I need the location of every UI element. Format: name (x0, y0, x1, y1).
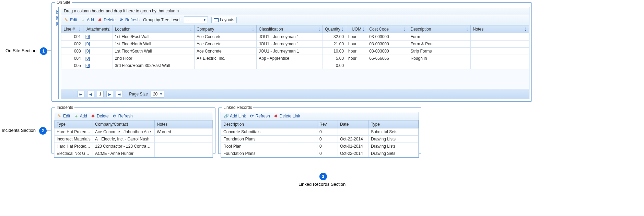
cell-rev: 0 (317, 143, 338, 150)
caret-icon: ▼ (203, 18, 206, 22)
delete-link-button[interactable]: ✖Delete Link (273, 114, 300, 118)
col-uom[interactable]: UOM⋮ (346, 25, 367, 33)
column-menu-icon[interactable]: ⋮ (251, 27, 255, 32)
linked-legend: Linked Records (222, 105, 253, 110)
table-row[interactable]: 001[0]1st Floor/East WallAce ConcreteJOU… (61, 33, 529, 41)
cell-description: Form & Pour (408, 41, 470, 48)
refresh-button[interactable]: ⟳Refresh (249, 114, 270, 118)
column-menu-icon[interactable]: ⋮ (465, 27, 469, 32)
col-costcode[interactable]: Cost Code⋮ (367, 25, 408, 33)
cell-costcode: 66-666666 (367, 55, 408, 62)
cell-type: Electrical Not Grounded (55, 150, 93, 157)
attachment-link[interactable]: [0] (85, 49, 90, 54)
column-menu-icon[interactable]: ⋮ (107, 27, 111, 32)
column-menu-icon[interactable]: ⋮ (317, 27, 321, 32)
cell-quantity: 21.00 (323, 41, 346, 48)
column-menu-icon[interactable]: ⋮ (341, 27, 344, 32)
cell-classification: JOU1 - Journeyman 1 (257, 48, 323, 55)
groupby-select[interactable]: --▼ (184, 16, 208, 23)
table-row[interactable]: Hard Hat Protection123 Contractor - 123 … (55, 143, 213, 150)
col-date[interactable]: Date (338, 121, 369, 128)
table-row[interactable]: Foundation Plans0Oct-22-2014Drawing List… (221, 136, 419, 143)
cell-uom (346, 62, 367, 69)
pager-next[interactable]: ▶ (106, 91, 113, 97)
linked-callout: 3 Linked Records Section (298, 173, 346, 187)
table-row[interactable]: 004[0]2nd FloorA+ Electric, Inc.App - Ap… (61, 55, 529, 62)
cell-company: Ace Concrete (194, 48, 256, 55)
table-row[interactable]: Concrete Submittals0Submittal Sets (221, 128, 419, 136)
column-menu-icon[interactable]: ⋮ (189, 27, 193, 32)
cell-classification: JOU1 - Journeyman 1 (257, 33, 323, 41)
onsite-section: On Site + ▪ 1st Floor + ▪ 2nd Floor + ▪ … (51, 0, 532, 102)
pager-first[interactable]: ⏮ (78, 91, 84, 97)
attachment-link[interactable]: [0] (85, 56, 90, 61)
col-attachments[interactable]: Attachments⋮ (83, 25, 113, 33)
x-icon: ✖ (97, 18, 102, 22)
pager-prev[interactable]: ◀ (87, 91, 94, 97)
add-button[interactable]: ＋Add (81, 18, 94, 22)
incidents-legend: Incidents (55, 105, 74, 110)
delete-button[interactable]: ✖Delete (97, 18, 116, 22)
col-type[interactable]: Type (369, 121, 419, 128)
refresh-button[interactable]: ⟳Refresh (112, 114, 133, 118)
col-description[interactable]: Description⋮ (408, 25, 470, 33)
edit-button[interactable]: ✎Edit (64, 18, 77, 22)
col-company[interactable]: Company⋮ (194, 25, 256, 33)
attachment-link[interactable]: [0] (85, 63, 90, 68)
table-row[interactable]: Foundation Plans0Oct-22-2014Drawing Sets (221, 150, 419, 157)
pager-last[interactable]: ⏭ (116, 91, 123, 97)
table-row[interactable]: Hard Hat ProtectionAce Concrete - Johnat… (55, 128, 213, 136)
col-notes[interactable]: Notes⋮ (470, 25, 529, 33)
edit-button[interactable]: ✎Edit (57, 114, 70, 118)
attachment-link[interactable]: [0] (85, 42, 90, 46)
cell-company (194, 62, 256, 69)
refresh-label: Refresh (125, 18, 140, 22)
cell-notes (155, 136, 213, 143)
cell-uom: hour (346, 55, 367, 62)
add-button[interactable]: ＋Add (74, 114, 87, 118)
table-row[interactable]: 003[0]1st Floor/South WallAce ConcreteJO… (61, 48, 529, 55)
col-quantity[interactable]: Quantity⋮ (323, 25, 346, 33)
col-line[interactable]: Line #⋮ (61, 25, 83, 33)
col-rev[interactable]: Rev. (317, 121, 338, 128)
cell-notes (470, 48, 529, 55)
cell-description: Form (408, 33, 470, 41)
attachment-link[interactable]: [0] (85, 34, 90, 39)
add-label: Add (87, 18, 94, 22)
cell-company: Ace Concrete (194, 33, 256, 41)
col-classification[interactable]: Classification⋮ (257, 25, 323, 33)
col-description[interactable]: Description (221, 121, 317, 128)
cell-notes (155, 143, 213, 150)
cell-location: 1st Floor/South Wall (113, 48, 194, 55)
expand-icon[interactable]: + (56, 16, 59, 20)
table-row[interactable]: Roof Plan0Oct-01-2014Drawing Lists (221, 143, 419, 150)
add-link-button[interactable]: 🔗Add Link (224, 114, 246, 118)
col-location[interactable]: Location⋮ (113, 25, 194, 33)
table-row[interactable]: Incorrect MaterialsA+ Electric, Inc. - C… (55, 136, 213, 143)
table-row[interactable]: 002[0]1st Floor/North WallAce ConcreteJO… (61, 41, 529, 48)
expand-icon[interactable]: + (56, 10, 59, 14)
column-menu-icon[interactable]: ⋮ (78, 27, 82, 32)
cell-line: 002 (61, 41, 83, 48)
col-notes[interactable]: Notes (155, 121, 213, 128)
page-size-select[interactable]: 20▼ (151, 91, 164, 98)
delete-label: Delete (104, 18, 116, 22)
col-company-contact[interactable]: Company/Contact (93, 121, 155, 128)
delete-button[interactable]: ✖Delete (91, 114, 109, 118)
refresh-button[interactable]: ⟳Refresh (119, 18, 140, 22)
table-row[interactable]: Electrical Not GroundedACME - Anne Hunte… (55, 150, 213, 157)
pager-page[interactable]: 1 (97, 91, 104, 97)
onsite-table: Line #⋮ Attachments⋮ Location⋮ Company⋮ … (61, 25, 529, 69)
column-menu-icon[interactable]: ⋮ (403, 27, 407, 32)
page-size-value: 20 (153, 92, 157, 96)
group-drop-hint[interactable]: Drag a column header and drop it here to… (61, 7, 529, 15)
table-row[interactable]: 005[0]3rd Floor/Room 302/East Wall0.00 (61, 62, 529, 69)
column-menu-icon[interactable]: ⋮ (362, 27, 365, 32)
layouts-button[interactable]: Layouts (211, 17, 237, 23)
col-type[interactable]: Type (55, 121, 93, 128)
expand-icon[interactable]: + (56, 22, 59, 26)
cell-date (338, 128, 369, 136)
column-menu-icon[interactable]: ⋮ (524, 27, 527, 32)
col-label: Classification (259, 27, 283, 32)
col-label: Attachments (86, 27, 109, 32)
